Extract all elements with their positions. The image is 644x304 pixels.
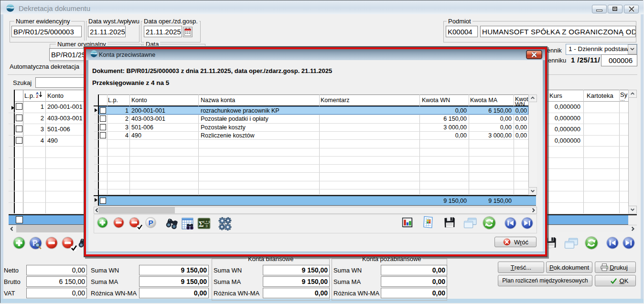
svg-text:x + s: x + s [203,220,210,223]
svg-text:3: 3 [205,224,207,228]
svg-text:P: P [148,219,153,227]
svg-text:Z: Z [36,94,39,98]
